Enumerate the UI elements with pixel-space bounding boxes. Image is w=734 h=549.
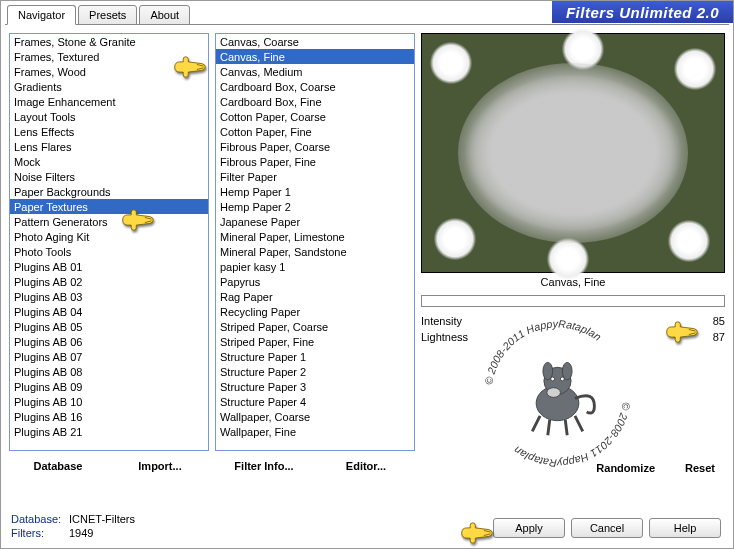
list-item[interactable]: Wallpaper, Coarse (216, 409, 414, 424)
list-item[interactable]: Filter Paper (216, 169, 414, 184)
list-item[interactable]: Plugins AB 21 (10, 424, 208, 439)
list-item[interactable]: Plugins AB 05 (10, 319, 208, 334)
list-item[interactable]: Photo Tools (10, 244, 208, 259)
list-item[interactable]: Pattern Generators (10, 214, 208, 229)
svg-text:© 2008-2011 HappyRataplan: © 2008-2011 HappyRataplan (482, 317, 603, 385)
randomize-button[interactable]: Randomize (596, 459, 655, 477)
param-panel: © 2008-2011 HappyRataplan © 2008-2011 Ha… (421, 315, 725, 453)
list-item[interactable]: Canvas, Coarse (216, 34, 414, 49)
tab-strip: Navigator Presets About (7, 5, 192, 25)
cancel-button[interactable]: Cancel (571, 518, 643, 538)
list-item[interactable]: Lens Effects (10, 124, 208, 139)
tab-about[interactable]: About (139, 5, 190, 25)
list-item[interactable]: Cotton Paper, Fine (216, 124, 414, 139)
filter-list[interactable]: Canvas, CoarseCanvas, FineCanvas, Medium… (215, 33, 415, 451)
svg-point-10 (536, 386, 579, 421)
apply-button[interactable]: Apply (493, 518, 565, 538)
list-item[interactable]: Noise Filters (10, 169, 208, 184)
svg-point-12 (543, 362, 553, 379)
list-item[interactable]: Structure Paper 1 (216, 349, 414, 364)
help-button[interactable]: Help (649, 518, 721, 538)
header: Navigator Presets About Filters Unlimite… (1, 1, 733, 25)
status-filters-label: Filters: (11, 526, 69, 540)
list-item[interactable]: Plugins AB 07 (10, 349, 208, 364)
editor-button[interactable]: Editor... (317, 457, 415, 477)
filter-info-button[interactable]: Filter Info... (215, 457, 313, 477)
list-item[interactable]: Structure Paper 3 (216, 379, 414, 394)
list-item[interactable]: Plugins AB 16 (10, 409, 208, 424)
svg-line-6 (484, 530, 491, 532)
svg-point-13 (562, 362, 572, 379)
list-item[interactable]: papier kasy 1 (216, 259, 414, 274)
import-button[interactable]: Import... (111, 457, 209, 477)
list-item[interactable]: Frames, Textured (10, 49, 208, 64)
list-item[interactable]: Striped Paper, Fine (216, 334, 414, 349)
svg-line-7 (484, 534, 491, 536)
list-item[interactable]: Recycling Paper (216, 304, 414, 319)
list-item[interactable]: Plugins AB 06 (10, 334, 208, 349)
svg-point-16 (560, 377, 564, 381)
list-item[interactable]: Image Enhancement (10, 94, 208, 109)
tab-presets[interactable]: Presets (78, 5, 137, 25)
progress-bar (421, 295, 725, 307)
list-item[interactable]: Layout Tools (10, 109, 208, 124)
list-item[interactable]: Canvas, Medium (216, 64, 414, 79)
list-item[interactable]: Gradients (10, 79, 208, 94)
svg-point-14 (547, 388, 561, 398)
status-db-value: ICNET-Filters (69, 512, 135, 526)
param-label-intensity: Intensity (421, 315, 481, 327)
list-item[interactable]: Rag Paper (216, 289, 414, 304)
list-item[interactable]: Structure Paper 2 (216, 364, 414, 379)
list-item[interactable]: Cardboard Box, Coarse (216, 79, 414, 94)
preview-image (421, 33, 725, 273)
lightness-value: 87 (701, 331, 725, 343)
list-item[interactable]: Mock (10, 154, 208, 169)
list-item[interactable]: Mineral Paper, Sandstone (216, 244, 414, 259)
list-item[interactable]: Cotton Paper, Coarse (216, 109, 414, 124)
list-item[interactable]: Mineral Paper, Limestone (216, 229, 414, 244)
list-item[interactable]: Plugins AB 02 (10, 274, 208, 289)
database-button[interactable]: Database (9, 457, 107, 477)
list-item[interactable]: Structure Paper 4 (216, 394, 414, 409)
list-item[interactable]: Plugins AB 10 (10, 394, 208, 409)
list-item[interactable]: Canvas, Fine (216, 49, 414, 64)
list-item[interactable]: Japanese Paper (216, 214, 414, 229)
list-item[interactable]: Frames, Wood (10, 64, 208, 79)
svg-point-11 (544, 367, 571, 394)
list-item[interactable]: Frames, Stone & Granite (10, 34, 208, 49)
list-item[interactable]: Plugins AB 01 (10, 259, 208, 274)
app-title: Filters Unlimited 2.0 (552, 1, 733, 23)
list-item[interactable]: Plugins AB 09 (10, 379, 208, 394)
list-item[interactable]: Photo Aging Kit (10, 229, 208, 244)
list-item[interactable]: Hemp Paper 2 (216, 199, 414, 214)
list-item[interactable]: Striped Paper, Coarse (216, 319, 414, 334)
list-item[interactable]: Papyrus (216, 274, 414, 289)
status-filters-value: 1949 (69, 526, 93, 540)
list-item[interactable]: Hemp Paper 1 (216, 184, 414, 199)
list-item[interactable]: Plugins AB 03 (10, 289, 208, 304)
list-item[interactable]: Fibrous Paper, Fine (216, 154, 414, 169)
list-item[interactable]: Plugins AB 08 (10, 364, 208, 379)
list-item[interactable]: Cardboard Box, Fine (216, 94, 414, 109)
param-label-lightness: Lightness (421, 331, 481, 343)
svg-point-15 (551, 377, 555, 381)
list-item[interactable]: Fibrous Paper, Coarse (216, 139, 414, 154)
list-item[interactable]: Plugins AB 04 (10, 304, 208, 319)
list-item[interactable]: Lens Flares (10, 139, 208, 154)
status-area: Database:ICNET-Filters Filters:1949 (11, 512, 135, 540)
tab-navigator[interactable]: Navigator (7, 5, 76, 25)
list-item[interactable]: Paper Textures (10, 199, 208, 214)
category-list[interactable]: Frames, Stone & GraniteFrames, TexturedF… (9, 33, 209, 451)
reset-button[interactable]: Reset (685, 459, 715, 477)
list-item[interactable]: Wallpaper, Fine (216, 424, 414, 439)
intensity-value: 85 (701, 315, 725, 327)
status-db-label: Database: (11, 512, 69, 526)
list-item[interactable]: Paper Backgrounds (10, 184, 208, 199)
